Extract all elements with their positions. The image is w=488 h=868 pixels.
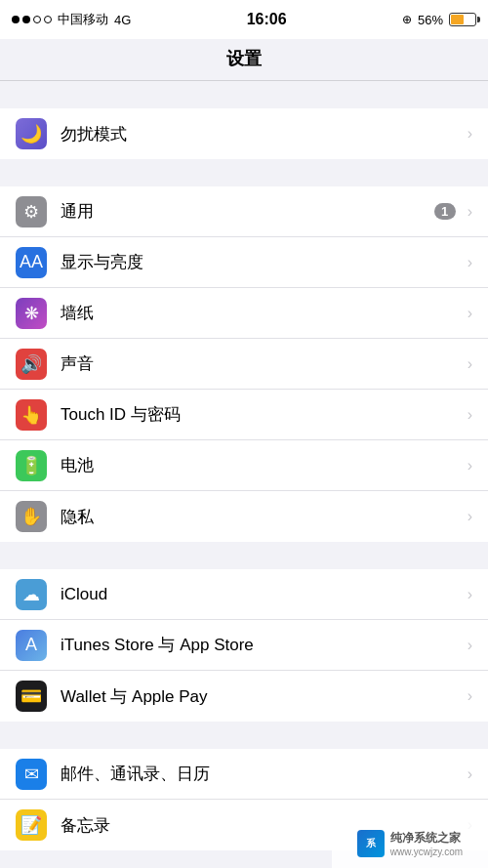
- settings-row-wallpaper[interactable]: ❋墙纸›: [0, 288, 488, 339]
- status-left: 中国移动 4G: [12, 11, 131, 28]
- signal-dots: [12, 16, 52, 23]
- label-general: 通用: [61, 200, 434, 223]
- icon-general: ⚙: [16, 196, 47, 227]
- icon-icloud: ☁: [16, 579, 47, 610]
- chevron-touchid: ›: [468, 406, 472, 424]
- watermark-logo: 系: [357, 830, 385, 857]
- icon-battery: 🔋: [16, 450, 47, 481]
- icon-display: AA: [16, 247, 47, 278]
- signal-dot-1: [12, 16, 20, 23]
- settings-row-display[interactable]: AA显示与亮度›: [0, 237, 488, 288]
- label-sounds: 声音: [61, 352, 464, 375]
- label-icloud: iCloud: [61, 585, 464, 604]
- signal-dot-3: [33, 16, 41, 23]
- badge-general: 1: [434, 203, 456, 220]
- settings-row-itunes[interactable]: AiTunes Store 与 App Store›: [0, 620, 488, 671]
- status-time: 16:06: [247, 11, 287, 28]
- icon-mail: ✉: [16, 759, 47, 790]
- label-display: 显示与亮度: [61, 251, 464, 273]
- chevron-wallet: ›: [468, 687, 472, 705]
- label-privacy: 隐私: [61, 506, 464, 528]
- chevron-display: ›: [468, 254, 472, 271]
- icon-do-not-disturb: 🌙: [16, 118, 47, 149]
- label-itunes: iTunes Store 与 App Store: [61, 634, 464, 656]
- label-battery: 电池: [61, 454, 464, 476]
- settings-row-wallet[interactable]: 💳Wallet 与 Apple Pay›: [0, 671, 488, 722]
- settings-row-general[interactable]: ⚙通用1›: [0, 186, 488, 237]
- settings-row-mail[interactable]: ✉邮件、通讯录、日历›: [0, 749, 488, 800]
- icon-privacy: ✋: [16, 501, 47, 532]
- icon-touchid: 👆: [16, 399, 47, 431]
- settings-row-touchid[interactable]: 👆Touch ID 与密码›: [0, 390, 488, 440]
- settings-row-battery[interactable]: 🔋电池›: [0, 440, 488, 491]
- chevron-battery: ›: [468, 457, 472, 475]
- icon-sounds: 🔊: [16, 349, 47, 380]
- chevron-general: ›: [468, 203, 472, 221]
- settings-list: 🌙勿扰模式›⚙通用1›AA显示与亮度›❋墙纸›🔊声音›👆Touch ID 与密码…: [0, 81, 488, 850]
- label-do-not-disturb: 勿扰模式: [61, 123, 464, 145]
- chevron-icloud: ›: [468, 586, 472, 603]
- location-icon: ⊕: [402, 13, 412, 26]
- settings-row-icloud[interactable]: ☁iCloud›: [0, 569, 488, 620]
- label-wallet: Wallet 与 Apple Pay: [61, 685, 464, 708]
- chevron-do-not-disturb: ›: [468, 125, 472, 143]
- battery-fill: [451, 15, 464, 24]
- section-separator-0: [0, 81, 488, 108]
- icon-wallet: 💳: [16, 681, 47, 712]
- icon-wallpaper: ❋: [16, 298, 47, 329]
- section-group-0: 🌙勿扰模式›: [0, 108, 488, 159]
- signal-dot-2: [22, 16, 30, 23]
- watermark: 系 纯净系统之家 www.ycwjzy.com: [332, 819, 488, 868]
- carrier-label: 中国移动: [58, 11, 108, 28]
- chevron-wallpaper: ›: [468, 305, 472, 322]
- chevron-mail: ›: [468, 765, 472, 783]
- settings-row-privacy[interactable]: ✋隐私›: [0, 491, 488, 542]
- watermark-text: 纯净系统之家 www.ycwjzy.com: [390, 830, 463, 857]
- chevron-itunes: ›: [468, 637, 472, 654]
- battery-percent: 56%: [418, 13, 443, 27]
- status-bar: 中国移动 4G 16:06 ⊕ 56%: [0, 0, 488, 39]
- label-wallpaper: 墙纸: [61, 302, 464, 324]
- page-title: 设置: [0, 39, 488, 81]
- section-separator-2: [0, 542, 488, 569]
- signal-dot-4: [44, 16, 52, 23]
- network-type-label: 4G: [114, 13, 131, 27]
- section-group-1: ⚙通用1›AA显示与亮度›❋墙纸›🔊声音›👆Touch ID 与密码›🔋电池›✋…: [0, 186, 488, 542]
- section-group-2: ☁iCloud›AiTunes Store 与 App Store›💳Walle…: [0, 569, 488, 722]
- chevron-privacy: ›: [468, 508, 472, 525]
- section-separator-1: [0, 159, 488, 186]
- section-separator-3: [0, 722, 488, 749]
- settings-row-do-not-disturb[interactable]: 🌙勿扰模式›: [0, 108, 488, 159]
- label-touchid: Touch ID 与密码: [61, 403, 464, 426]
- icon-notes: 📝: [16, 809, 47, 841]
- label-mail: 邮件、通讯录、日历: [61, 763, 464, 785]
- icon-itunes: A: [16, 630, 47, 661]
- status-right: ⊕ 56%: [402, 13, 476, 27]
- chevron-sounds: ›: [468, 355, 472, 373]
- battery-icon: [449, 13, 476, 26]
- settings-row-sounds[interactable]: 🔊声音›: [0, 339, 488, 390]
